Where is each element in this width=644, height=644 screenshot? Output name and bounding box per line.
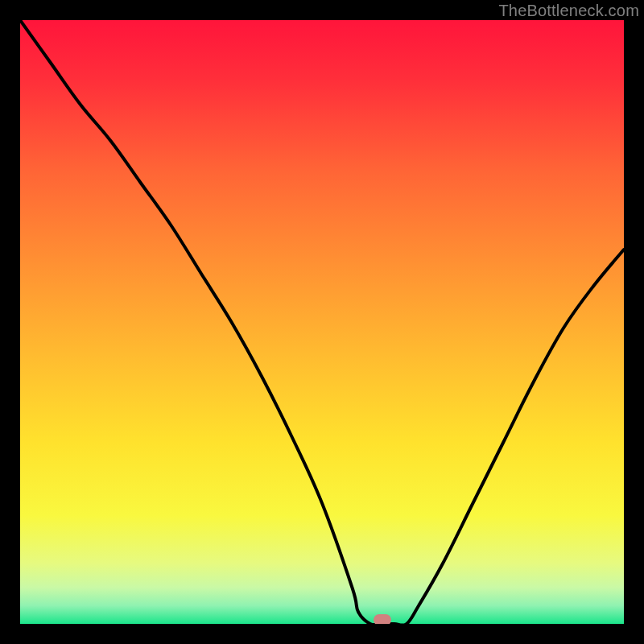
bottleneck-curve bbox=[20, 20, 624, 624]
optimum-marker bbox=[374, 614, 391, 624]
plot-area bbox=[20, 20, 624, 624]
chart-frame: TheBottleneck.com bbox=[0, 0, 644, 644]
watermark-text: TheBottleneck.com bbox=[498, 2, 639, 20]
